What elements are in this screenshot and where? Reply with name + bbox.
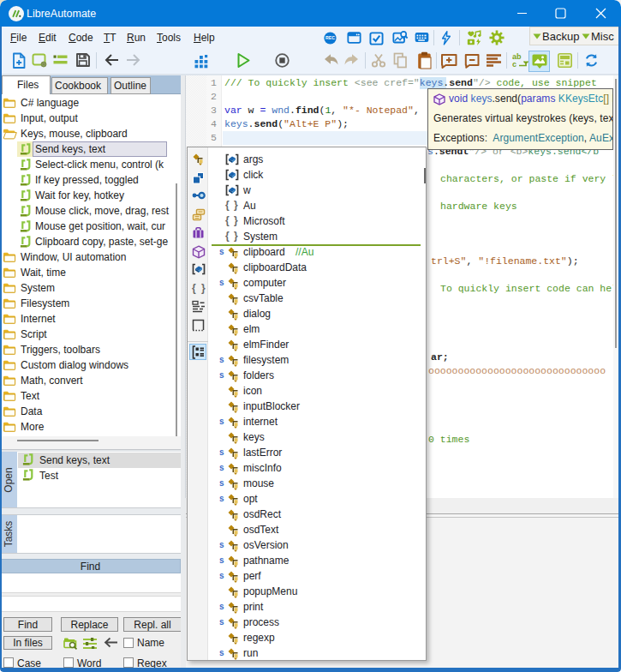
svg-text:c: c: [512, 60, 517, 69]
svg-text:REC: REC: [325, 35, 335, 40]
